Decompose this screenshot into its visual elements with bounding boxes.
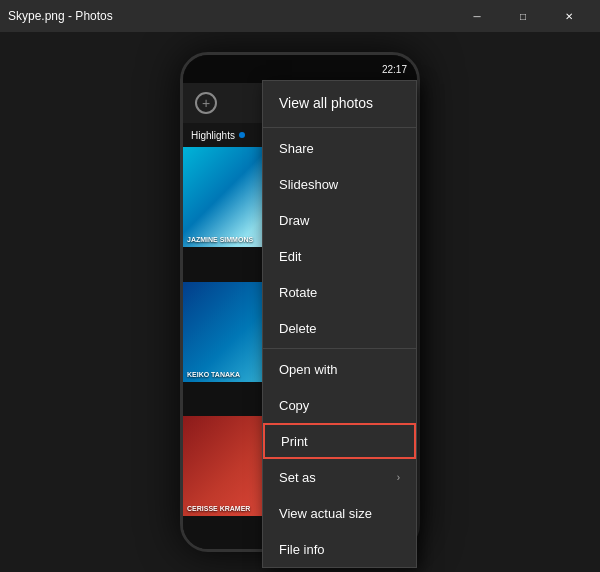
- menu-item-rotate[interactable]: Rotate: [263, 274, 416, 310]
- context-menu: View all photos Share Slideshow Draw Edi…: [262, 80, 417, 568]
- window-controls: ─ □ ✕: [454, 0, 592, 32]
- menu-item-slideshow[interactable]: Slideshow: [263, 166, 416, 202]
- menu-item-open-with[interactable]: Open with: [263, 351, 416, 387]
- phone-add-button[interactable]: +: [195, 92, 217, 114]
- menu-divider-1: [263, 127, 416, 128]
- menu-item-copy[interactable]: Copy: [263, 387, 416, 423]
- set-as-arrow-icon: ›: [397, 472, 400, 483]
- menu-item-edit[interactable]: Edit: [263, 238, 416, 274]
- maximize-button[interactable]: □: [500, 0, 546, 32]
- window-title: Skype.png - Photos: [8, 9, 113, 23]
- menu-item-delete[interactable]: Delete: [263, 310, 416, 346]
- menu-item-file-info[interactable]: File info: [263, 531, 416, 567]
- menu-item-view-actual-size[interactable]: View actual size: [263, 495, 416, 531]
- menu-item-share[interactable]: Share: [263, 130, 416, 166]
- photo-label-2: KEIKO TANAKA: [187, 371, 240, 378]
- phone-time: 22:17: [382, 64, 407, 75]
- photo-label-3: CERISSE KRAMER: [187, 505, 250, 512]
- menu-item-set-as[interactable]: Set as ›: [263, 459, 416, 495]
- highlights-label: Highlights: [191, 130, 235, 141]
- highlights-dot: [239, 132, 245, 138]
- menu-item-print[interactable]: Print: [263, 423, 416, 459]
- menu-item-view-all-photos[interactable]: View all photos: [263, 81, 416, 125]
- title-bar: Skype.png - Photos ─ □ ✕: [0, 0, 600, 32]
- menu-divider-2: [263, 348, 416, 349]
- minimize-button[interactable]: ─: [454, 0, 500, 32]
- close-button[interactable]: ✕: [546, 0, 592, 32]
- main-area: 22:17 + 👤 Highlights JAZMINE SIMMONS: [0, 32, 600, 572]
- phone-status-bar: 22:17: [183, 55, 417, 83]
- photo-label-1: JAZMINE SIMMONS: [187, 236, 253, 243]
- menu-item-draw[interactable]: Draw: [263, 202, 416, 238]
